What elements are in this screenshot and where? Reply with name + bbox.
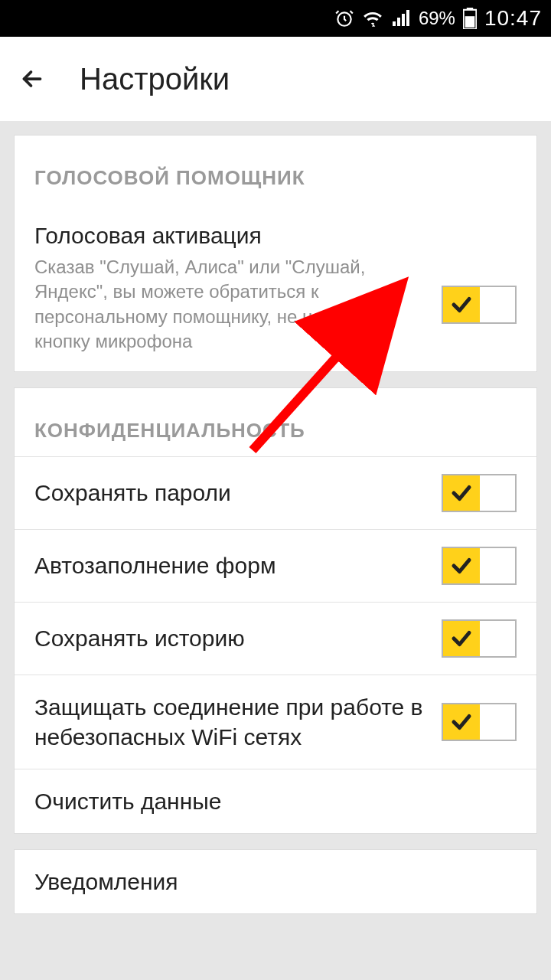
battery-percent: 69% <box>419 8 455 29</box>
voice-activation-desc: Сказав "Слушай, Алиса" или "Слушай, Янде… <box>34 255 426 354</box>
wifi-icon <box>362 8 383 28</box>
clear-data-label: Очистить данные <box>34 786 517 816</box>
protect-wifi-toggle[interactable] <box>442 703 517 741</box>
clock-time: 10:47 <box>484 6 542 31</box>
back-button[interactable] <box>15 62 49 96</box>
voice-assistant-card: ГОЛОСОВОЙ ПОМОЩНИК Голосовая активация С… <box>14 135 537 372</box>
save-history-row[interactable]: Сохранять историю <box>15 602 536 675</box>
app-header: Настройки <box>0 37 551 121</box>
save-history-label: Сохранять историю <box>34 623 426 653</box>
svg-rect-3 <box>402 14 405 26</box>
svg-rect-1 <box>393 21 396 26</box>
svg-rect-2 <box>397 18 400 26</box>
save-passwords-label: Сохранять пароли <box>34 478 426 508</box>
voice-activation-toggle[interactable] <box>442 286 517 324</box>
voice-activation-title: Голосовая активация <box>34 220 517 250</box>
privacy-card: КОНФИДЕНЦИАЛЬНОСТЬ Сохранять пароли Авто… <box>14 387 537 834</box>
save-passwords-row[interactable]: Сохранять пароли <box>15 456 536 529</box>
battery-icon <box>463 8 477 29</box>
page-title: Настройки <box>80 62 230 96</box>
privacy-section-header: КОНФИДЕНЦИАЛЬНОСТЬ <box>15 388 536 456</box>
protect-wifi-row[interactable]: Защищать соединение при работе в небезоп… <box>15 675 536 769</box>
notifications-card: Уведомления <box>14 849 537 914</box>
signal-icon <box>391 9 411 28</box>
autofill-row[interactable]: Автозаполнение форм <box>15 529 536 602</box>
notifications-row[interactable]: Уведомления <box>15 850 536 913</box>
voice-section-header: ГОЛОСОВОЙ ПОМОЩНИК <box>15 136 536 204</box>
status-bar: 69% 10:47 <box>0 0 551 37</box>
protect-wifi-label: Защищать соединение при работе в небезоп… <box>34 692 426 752</box>
autofill-label: Автозаполнение форм <box>34 550 426 580</box>
svg-rect-4 <box>406 10 409 26</box>
alarm-icon <box>334 8 354 28</box>
save-history-toggle[interactable] <box>442 619 517 658</box>
voice-activation-title-row: Голосовая активация <box>15 204 536 255</box>
settings-page: ГОЛОСОВОЙ ПОМОЩНИК Голосовая активация С… <box>0 121 551 928</box>
clear-data-row[interactable]: Очистить данные <box>15 769 536 833</box>
svg-rect-7 <box>465 16 475 28</box>
save-passwords-toggle[interactable] <box>442 474 517 512</box>
voice-activation-row[interactable]: Сказав "Слушай, Алиса" или "Слушай, Янде… <box>15 255 536 371</box>
notifications-label: Уведомления <box>34 867 517 897</box>
autofill-toggle[interactable] <box>442 547 517 585</box>
